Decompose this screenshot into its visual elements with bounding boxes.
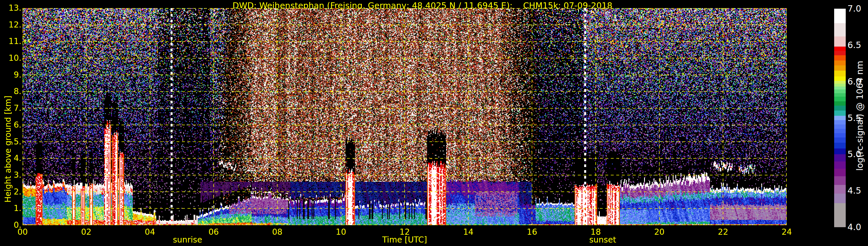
colorbar-segment <box>834 97 846 101</box>
colorbar-segment <box>834 105 846 111</box>
y-tick-label: 4. <box>0 154 22 162</box>
y-tick-label: 13. <box>0 4 22 12</box>
y-tick-label: 7. <box>0 104 22 112</box>
colorbar-tick-label: 4.0 <box>847 223 861 232</box>
y-tick-label: 1. <box>0 204 22 212</box>
colorbar-segment <box>834 51 846 55</box>
colorbar-segment <box>834 194 846 203</box>
colorbar-tick-label: 4.5 <box>847 186 861 195</box>
colorbar-segment <box>834 169 846 176</box>
colorbar-segment <box>834 161 846 169</box>
colorbar-segment <box>834 154 846 161</box>
y-tick-label: 9. <box>0 71 22 79</box>
colorbar-segment <box>834 111 846 116</box>
y-tick-label: 12. <box>0 21 22 29</box>
colorbar-segment <box>834 176 846 185</box>
y-tick-label: 11. <box>0 37 22 45</box>
x-tick-label: 02 <box>81 228 91 236</box>
y-tick-label: 10. <box>0 54 22 62</box>
y-tick-label: 6. <box>0 121 22 129</box>
colorbar-segment <box>834 23 846 36</box>
colorbar-segment <box>834 133 846 137</box>
colorbar-segment <box>834 149 846 154</box>
y-tick-label: 0. <box>0 221 22 229</box>
x-tick-label: 20 <box>654 228 664 236</box>
sunrise-annotation: sunrise <box>173 235 202 245</box>
colorbar-segment <box>834 60 846 66</box>
x-tick-label: 18 <box>591 228 601 236</box>
colorbar-tick-label: 6.5 <box>847 41 861 50</box>
colorbar-segment <box>834 120 846 124</box>
x-tick-label: 08 <box>272 228 283 236</box>
colorbar-tick-label: 5.5 <box>847 114 861 122</box>
colorbar-segment <box>834 65 846 71</box>
colorbar-segment <box>834 185 846 194</box>
backscatter-heatmap <box>23 8 787 225</box>
x-tick-label: 12 <box>400 228 410 236</box>
colorbar-tick-label: 7.0 <box>847 4 861 13</box>
y-tick-label: 3. <box>0 171 22 179</box>
x-tick-label: 14 <box>463 228 474 236</box>
colorbar-segment <box>834 89 846 93</box>
x-tick-label: 06 <box>208 228 219 236</box>
colorbar-segment <box>834 124 846 129</box>
colorbar-segment <box>834 9 846 23</box>
colorbar-segment <box>834 55 846 60</box>
colorbar-segment <box>834 81 846 84</box>
colorbar-segment <box>834 47 846 51</box>
colorbar-segment <box>834 129 846 133</box>
colorbar-segment <box>834 76 846 81</box>
colorbar-segment <box>834 93 846 97</box>
colorbar-segment <box>834 71 846 76</box>
colorbar-segment <box>834 87 846 89</box>
y-tick-label: 8. <box>0 87 22 95</box>
colorbar <box>834 9 846 227</box>
ceilometer-quicklook: DWD: Weihenstephan (Freising, Germany; 4… <box>0 0 868 246</box>
y-tick-label: 5. <box>0 138 22 146</box>
colorbar-segment <box>834 143 846 149</box>
colorbar-segment <box>834 137 846 143</box>
colorbar-tick-label: 5.0 <box>847 150 861 159</box>
x-tick-label: 16 <box>527 228 537 236</box>
x-tick-label: 22 <box>718 228 728 236</box>
x-tick-label: 04 <box>145 228 155 236</box>
colorbar-segment <box>834 203 846 227</box>
colorbar-tick-label: 6.0 <box>847 77 861 86</box>
colorbar-segment <box>834 36 846 47</box>
colorbar-segment <box>834 116 846 120</box>
x-tick-label: 24 <box>781 228 792 236</box>
colorbar-segment <box>834 84 846 87</box>
y-tick-label: 2. <box>0 188 22 196</box>
x-tick-label: 10 <box>336 228 346 236</box>
colorbar-segment <box>834 101 846 105</box>
